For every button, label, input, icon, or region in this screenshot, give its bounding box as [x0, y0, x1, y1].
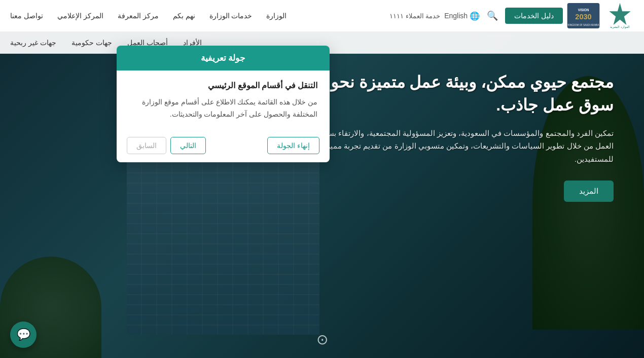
end-tour-button[interactable]: إنهاء الجولة: [267, 137, 319, 154]
svg-text:2030: 2030: [575, 13, 591, 21]
nav-links-section: الوزارة خدمات الوزارة نهم بكم مركز المعر…: [10, 12, 287, 20]
ministry-logo: الموارد البشرية: [606, 2, 634, 30]
tour-navigation-buttons: التالي السابق: [127, 137, 206, 154]
more-button[interactable]: المزيد: [564, 181, 614, 202]
logo-area: الموارد البشرية VISION 2030 KINGDOM OF S…: [567, 2, 634, 30]
cat-nav-nonprofit[interactable]: جهات غير ربحية: [10, 37, 56, 49]
vision-2030-logo: VISION 2030 KINGDOM OF SAUDI ARABIA: [567, 3, 600, 28]
scroll-indicator: ⊙: [316, 331, 328, 348]
nav-right-section: الموارد البشرية VISION 2030 KINGDOM OF S…: [389, 2, 634, 30]
tour-dialog: جولة تعريفية التنقل في أقسام الموقع الرئ…: [117, 46, 330, 162]
nav-link-knowledge[interactable]: مركز المعرفة: [118, 12, 159, 20]
language-selector[interactable]: 🌐 English: [444, 11, 480, 21]
nav-link-media[interactable]: المركز الإعلامي: [57, 12, 103, 20]
svg-text:الموارد البشرية: الموارد البشرية: [610, 25, 630, 29]
svg-text:KINGDOM OF SAUDI ARABIA: KINGDOM OF SAUDI ARABIA: [568, 24, 600, 26]
chat-button[interactable]: 💬: [10, 321, 37, 348]
language-label: English: [444, 12, 468, 20]
chat-icon: 💬: [17, 328, 30, 341]
services-guide-button[interactable]: دليل الخدمات: [505, 8, 563, 24]
tour-step-title: التنقل في أقسام الموقع الرئيسي: [129, 81, 317, 90]
tour-dialog-footer: إنهاء الجولة التالي السابق: [117, 131, 330, 162]
hero-subtitle: تمكين الفرد والمجتمع والمؤسسات في السعود…: [309, 127, 614, 166]
nav-link-care[interactable]: نهم بكم: [173, 12, 195, 20]
scroll-icon: ⊙: [316, 332, 328, 347]
tour-next-button[interactable]: التالي: [170, 137, 206, 154]
hero-title: مجتمع حيوي ممكن، وبيئة عمل متميزة نحو سو…: [309, 71, 614, 117]
svg-text:VISION: VISION: [578, 8, 589, 12]
globe-icon: 🌐: [470, 11, 480, 21]
top-navigation: الموارد البشرية VISION 2030 KINGDOM OF S…: [0, 0, 644, 31]
nav-link-ministry[interactable]: الوزارة: [266, 12, 287, 20]
svg-marker-0: [609, 3, 630, 24]
hero-content: مجتمع حيوي ممكن، وبيئة عمل متميزة نحو سو…: [309, 71, 614, 202]
tour-step-description: من خلال هذه القائمة يمكنك الاطلاع على أق…: [129, 96, 317, 121]
nav-link-contact[interactable]: تواصل معنا: [10, 12, 43, 20]
nav-link-services[interactable]: خدمات الوزارة: [209, 12, 253, 20]
tour-dialog-body: التنقل في أقسام الموقع الرئيسي من خلال ه…: [117, 70, 330, 131]
tour-prev-button[interactable]: السابق: [127, 137, 166, 154]
search-button[interactable]: 🔍: [484, 7, 501, 24]
search-icon: 🔍: [487, 11, 498, 21]
customer-service-link[interactable]: خدمة العملاء ١١١١: [389, 12, 440, 20]
cat-nav-government[interactable]: جهات حكومية: [71, 37, 112, 49]
tour-dialog-header: جولة تعريفية: [117, 46, 330, 70]
